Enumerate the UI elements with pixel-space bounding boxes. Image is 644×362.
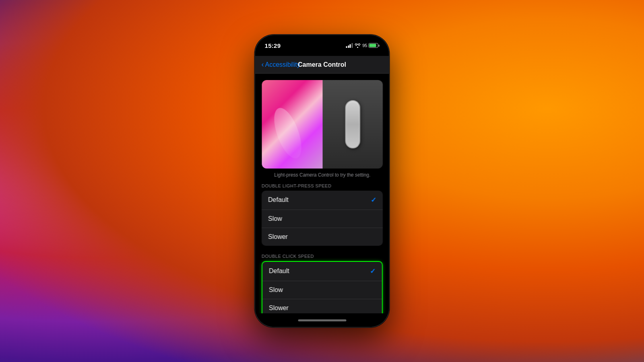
dc-default-check: ✓ bbox=[370, 267, 376, 276]
dynamic-island bbox=[304, 39, 340, 51]
dc-default-label: Default bbox=[269, 267, 289, 275]
phone-wrapper: 15:29 bbox=[255, 35, 390, 327]
dlp-default-label: Default bbox=[268, 196, 289, 204]
wifi-icon bbox=[355, 43, 360, 48]
back-chevron-icon: ‹ bbox=[262, 60, 264, 69]
back-button[interactable]: ‹ Accessibility bbox=[262, 60, 300, 69]
signal-bar-2 bbox=[348, 45, 349, 48]
nav-title: Camera Control bbox=[298, 61, 346, 68]
home-indicator bbox=[255, 313, 389, 327]
status-time: 15:29 bbox=[265, 42, 281, 49]
battery-percent: 95 bbox=[362, 43, 367, 48]
back-label[interactable]: Accessibility bbox=[265, 61, 300, 68]
double-light-press-header: DOUBLE LIGHT-PRESS SPEED bbox=[255, 183, 389, 191]
signal-icon bbox=[346, 43, 353, 48]
dlp-slow-label: Slow bbox=[268, 215, 282, 222]
battery-fill bbox=[369, 44, 376, 47]
hint-text: Light-press Camera Control to try the se… bbox=[262, 172, 383, 179]
content-scroll[interactable]: Light-press Camera Control to try the se… bbox=[255, 74, 389, 313]
signal-bar-3 bbox=[350, 44, 351, 48]
screen: 15:29 bbox=[255, 35, 389, 327]
preview-container bbox=[262, 80, 383, 169]
battery-icon: 95 bbox=[362, 43, 379, 48]
dc-slow-label: Slow bbox=[269, 286, 283, 294]
dc-slower-label: Slower bbox=[269, 304, 289, 312]
double-click-header: DOUBLE CLICK SPEED bbox=[255, 254, 389, 261]
signal-bar-4 bbox=[351, 43, 353, 48]
home-bar bbox=[298, 319, 346, 321]
dlp-option-slow[interactable]: Slow bbox=[262, 210, 383, 228]
double-light-press-group: Default ✓ Slow Slower bbox=[262, 191, 383, 246]
nav-bar: ‹ Accessibility Camera Control bbox=[255, 56, 389, 74]
signal-bar-1 bbox=[346, 46, 347, 48]
battery-body bbox=[369, 43, 378, 48]
dc-option-slower[interactable]: Slower bbox=[262, 299, 382, 313]
status-icons: 95 bbox=[346, 43, 380, 48]
double-click-group: Default ✓ Slow Slower bbox=[262, 261, 383, 313]
dc-option-default[interactable]: Default ✓ bbox=[262, 262, 382, 281]
preview-left-panel bbox=[262, 80, 322, 169]
dlp-slower-label: Slower bbox=[268, 233, 288, 241]
power-button bbox=[389, 101, 390, 134]
preview-image bbox=[262, 80, 383, 169]
camera-button-graphic bbox=[345, 100, 360, 148]
battery-tip bbox=[379, 45, 380, 47]
dlp-default-check: ✓ bbox=[371, 196, 376, 204]
dc-option-slow[interactable]: Slow bbox=[262, 281, 382, 299]
preview-right-panel bbox=[322, 80, 383, 169]
phone-body: 15:29 bbox=[255, 35, 390, 327]
status-bar: 15:29 bbox=[255, 35, 389, 56]
dlp-option-slower[interactable]: Slower bbox=[262, 228, 383, 246]
dlp-option-default[interactable]: Default ✓ bbox=[262, 191, 383, 210]
camera-control-button bbox=[389, 184, 390, 202]
